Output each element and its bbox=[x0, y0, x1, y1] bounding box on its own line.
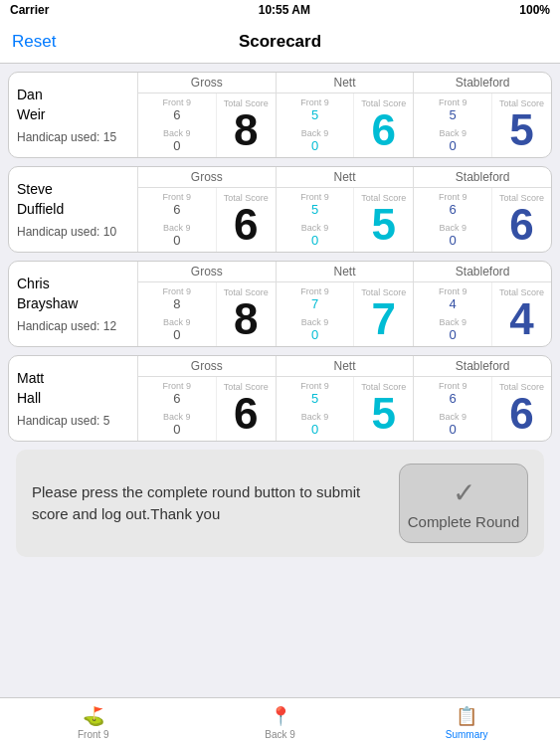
stableford-back-1: Back 9 0 bbox=[416, 223, 489, 248]
tab-summary-label: Summary bbox=[446, 729, 488, 740]
gross-front-2: Front 9 8 bbox=[140, 286, 214, 311]
main-content: DanWeir Handicap used: 15 Gross Nett Sta… bbox=[0, 64, 560, 557]
stableford-section-2: Front 9 4 Back 9 0 Total Score 4 bbox=[413, 282, 551, 346]
score-body-0: Front 9 6 Back 9 0 Total Score 8 bbox=[138, 93, 551, 157]
flag-icon: ⛳ bbox=[83, 705, 104, 727]
player-info-0: DanWeir Handicap used: 15 bbox=[9, 73, 138, 157]
section-headers-1: Gross Nett Stableford bbox=[138, 167, 551, 188]
gross-halves-3: Front 9 6 Back 9 0 bbox=[138, 377, 216, 441]
nett-front-0: Front 9 5 bbox=[279, 97, 352, 122]
pin-icon: 📍 bbox=[270, 705, 291, 727]
player-scores-1: Gross Nett Stableford Front 9 6 Ba bbox=[138, 167, 551, 252]
stableford-front-2: Front 9 4 bbox=[416, 286, 489, 311]
tab-back9-label: Back 9 bbox=[265, 729, 295, 740]
nett-front-1: Front 9 5 bbox=[279, 192, 352, 217]
nett-front-2: Front 9 7 bbox=[279, 286, 352, 311]
player-name-0: DanWeir bbox=[17, 86, 129, 124]
stableford-header-2: Stableford bbox=[413, 262, 551, 281]
player-name-1: SteveDuffield bbox=[17, 180, 129, 219]
gross-total-2: Total Score 8 bbox=[216, 282, 276, 346]
nav-bar: Reset Scorecard bbox=[0, 20, 560, 64]
nett-total-num-0: 6 bbox=[372, 108, 396, 152]
stableford-front-3: Front 9 6 bbox=[416, 381, 489, 406]
stableford-section-0: Front 9 5 Back 9 0 Total Score 5 bbox=[413, 93, 551, 157]
stableford-section-3: Front 9 6 Back 9 0 Total Score 6 bbox=[413, 377, 551, 441]
tab-bar: ⛳ Front 9 📍 Back 9 📋 Summary bbox=[0, 697, 560, 746]
gross-back-3: Back 9 0 bbox=[140, 412, 214, 437]
tab-back9[interactable]: 📍 Back 9 bbox=[187, 698, 374, 746]
score-body-3: Front 9 6 Back 9 0 Total Score 6 bbox=[138, 377, 551, 441]
stableford-front-0: Front 9 5 bbox=[416, 97, 489, 122]
section-headers-2: Gross Nett Stableford bbox=[138, 262, 551, 282]
stableford-total-num-3: 6 bbox=[509, 392, 533, 436]
gross-total-0: Total Score 8 bbox=[216, 93, 276, 157]
player-card-1: SteveDuffield Handicap used: 10 Gross Ne… bbox=[8, 166, 552, 253]
nett-total-0: Total Score 6 bbox=[353, 93, 413, 157]
stableford-halves-1: Front 9 6 Back 9 0 bbox=[414, 188, 491, 252]
stableford-total-num-0: 5 bbox=[509, 108, 533, 152]
player-handicap-1: Handicap used: 10 bbox=[17, 225, 129, 239]
gross-total-3: Total Score 6 bbox=[216, 377, 276, 441]
nett-halves-2: Front 9 7 Back 9 0 bbox=[277, 282, 354, 346]
gross-header-0: Gross bbox=[138, 73, 276, 93]
stableford-header-3: Stableford bbox=[413, 356, 551, 376]
nett-header-2: Nett bbox=[276, 262, 414, 281]
stableford-header-1: Stableford bbox=[413, 167, 551, 187]
complete-round-button[interactable]: ✓ Complete Round bbox=[399, 464, 528, 543]
gross-section-2: Front 9 8 Back 9 0 Total Score 8 bbox=[138, 282, 276, 346]
nett-total-3: Total Score 5 bbox=[353, 377, 413, 441]
player-cards-container: DanWeir Handicap used: 15 Gross Nett Sta… bbox=[8, 72, 552, 442]
stableford-total-2: Total Score 4 bbox=[491, 282, 551, 346]
stableford-halves-2: Front 9 4 Back 9 0 bbox=[414, 282, 491, 346]
player-scores-3: Gross Nett Stableford Front 9 6 Ba bbox=[138, 356, 551, 441]
nett-total-num-3: 5 bbox=[372, 392, 396, 436]
player-handicap-2: Handicap used: 12 bbox=[17, 319, 129, 333]
gross-total-num-0: 8 bbox=[234, 108, 258, 152]
gross-total-1: Total Score 6 bbox=[216, 188, 276, 252]
player-card-0: DanWeir Handicap used: 15 Gross Nett Sta… bbox=[8, 72, 552, 158]
nett-section-1: Front 9 5 Back 9 0 Total Score 5 bbox=[276, 188, 414, 252]
reset-button[interactable]: Reset bbox=[12, 32, 56, 52]
nett-section-0: Front 9 5 Back 9 0 Total Score 6 bbox=[276, 93, 414, 157]
section-headers-0: Gross Nett Stableford bbox=[138, 73, 551, 93]
tab-front9[interactable]: ⛳ Front 9 bbox=[0, 698, 187, 746]
gross-header-2: Gross bbox=[138, 262, 276, 281]
stableford-total-1: Total Score 6 bbox=[491, 188, 551, 252]
stableford-total-3: Total Score 6 bbox=[491, 377, 551, 441]
battery-label: 100% bbox=[519, 3, 550, 17]
player-card-3: MattHall Handicap used: 5 Gross Nett Sta… bbox=[8, 355, 552, 442]
score-body-2: Front 9 8 Back 9 0 Total Score 8 bbox=[138, 282, 551, 346]
gross-back-0: Back 9 0 bbox=[140, 128, 214, 153]
nett-halves-3: Front 9 5 Back 9 0 bbox=[277, 377, 354, 441]
checkmark-icon: ✓ bbox=[453, 476, 475, 509]
stableford-halves-0: Front 9 5 Back 9 0 bbox=[414, 93, 491, 157]
nav-title: Scorecard bbox=[239, 32, 321, 52]
gross-section-1: Front 9 6 Back 9 0 Total Score 6 bbox=[138, 188, 276, 252]
nett-header-0: Nett bbox=[276, 73, 414, 93]
nett-total-2: Total Score 7 bbox=[353, 282, 413, 346]
gross-section-3: Front 9 6 Back 9 0 Total Score 6 bbox=[138, 377, 276, 441]
nett-back-1: Back 9 0 bbox=[279, 223, 352, 248]
gross-halves-1: Front 9 6 Back 9 0 bbox=[138, 188, 216, 252]
gross-total-num-1: 6 bbox=[234, 203, 258, 247]
nett-total-1: Total Score 5 bbox=[353, 188, 413, 252]
gross-halves-0: Front 9 6 Back 9 0 bbox=[138, 93, 216, 157]
nett-section-3: Front 9 5 Back 9 0 Total Score 5 bbox=[276, 377, 414, 441]
player-card-2: ChrisBrayshaw Handicap used: 12 Gross Ne… bbox=[8, 261, 552, 347]
complete-round-button-label: Complete Round bbox=[408, 513, 520, 530]
gross-section-0: Front 9 6 Back 9 0 Total Score 8 bbox=[138, 93, 276, 157]
player-handicap-3: Handicap used: 5 bbox=[17, 414, 129, 428]
nett-total-num-2: 7 bbox=[372, 297, 396, 341]
gross-total-num-3: 6 bbox=[234, 392, 258, 436]
status-bar: Carrier 10:55 AM 100% bbox=[0, 0, 560, 20]
score-body-1: Front 9 6 Back 9 0 Total Score 6 bbox=[138, 188, 551, 252]
gross-front-3: Front 9 6 bbox=[140, 381, 214, 406]
nett-back-0: Back 9 0 bbox=[279, 128, 352, 153]
player-scores-2: Gross Nett Stableford Front 9 8 Ba bbox=[138, 262, 551, 346]
nett-back-2: Back 9 0 bbox=[279, 317, 352, 342]
tab-summary[interactable]: 📋 Summary bbox=[373, 698, 560, 746]
nett-back-3: Back 9 0 bbox=[279, 412, 352, 437]
nett-total-num-1: 5 bbox=[372, 203, 396, 247]
carrier-label: Carrier bbox=[10, 3, 49, 17]
gross-header-1: Gross bbox=[138, 167, 276, 187]
